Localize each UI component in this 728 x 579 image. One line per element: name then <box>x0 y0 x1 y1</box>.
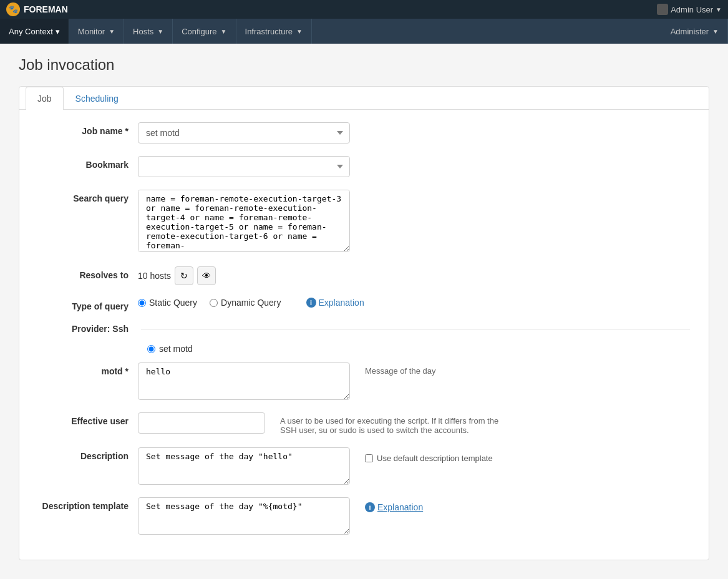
nav-configure-label: Configure <box>182 27 216 36</box>
use-default-checkbox[interactable] <box>365 454 373 462</box>
context-plus-icon: ▾ <box>56 27 60 36</box>
motd-wrap: hello Message of the day <box>138 362 512 400</box>
eye-icon: 👁 <box>202 271 211 281</box>
nav-item-hosts[interactable]: Hosts ▼ <box>124 19 173 44</box>
explanation-link-2[interactable]: i Explanation <box>365 497 423 512</box>
bookmark-group: Bookmark <box>38 156 690 177</box>
dynamic-query-radio[interactable] <box>210 299 218 307</box>
page-content: Job invocation Job Scheduling Job name *… <box>0 44 728 573</box>
explanation-label-1: Explanation <box>319 298 364 308</box>
user-label[interactable]: Admin User <box>671 5 713 14</box>
effective-user-help: A user to be used for executing the scri… <box>280 412 512 435</box>
administer-caret: ▼ <box>712 28 719 35</box>
description-textarea[interactable]: Set message of the day "hello" <box>138 447 350 485</box>
nav-monitor-caret: ▼ <box>109 28 115 35</box>
provider-option-label: set motd <box>159 344 193 354</box>
brand-name: FOREMAN <box>24 4 68 14</box>
bookmark-select[interactable] <box>138 156 350 177</box>
resolves-count: 10 hosts <box>138 271 171 281</box>
description-template-group: Description template Set message of the … <box>38 497 690 535</box>
effective-user-input[interactable] <box>138 412 265 434</box>
job-name-label: Job name * <box>38 122 138 136</box>
job-name-select[interactable]: set motd <box>138 122 350 144</box>
tab-scheduling[interactable]: Scheduling <box>64 87 130 110</box>
description-wrap: Set message of the day "hello" Use defau… <box>138 447 493 485</box>
tab-job[interactable]: Job <box>26 87 64 110</box>
nav-item-administer[interactable]: Administer ▼ <box>662 19 728 44</box>
nav-hosts-caret: ▼ <box>157 28 163 35</box>
bookmark-wrap <box>138 156 512 177</box>
nav-hosts-label: Hosts <box>133 27 153 36</box>
motd-textarea[interactable]: hello <box>138 362 350 400</box>
static-query-radio[interactable] <box>138 299 146 307</box>
search-query-wrap: name = foreman-remote-execution-target-3… <box>138 190 512 254</box>
bookmark-label: Bookmark <box>38 156 138 170</box>
provider-label: Provider: Ssh <box>38 324 138 334</box>
provider-divider <box>141 329 690 329</box>
top-nav-right: Admin User ▼ <box>657 4 722 15</box>
search-query-label: Search query <box>38 190 138 203</box>
dynamic-query-label: Dynamic Query <box>221 298 281 308</box>
provider-header: Provider: Ssh <box>38 324 690 334</box>
form-body: Job name * set motd Bookmark Search <box>19 110 709 560</box>
tab-bar: Job Scheduling <box>19 87 709 110</box>
info-icon-2: i <box>365 502 375 512</box>
search-query-group: Search query name = foreman-remote-execu… <box>38 190 690 254</box>
description-label: Description <box>38 447 138 461</box>
info-icon-1: i <box>306 298 316 308</box>
resolves-to-wrap: 10 hosts ↻ 👁 <box>138 266 512 285</box>
type-of-query-label: Type of query <box>38 298 138 311</box>
description-template-wrap: Set message of the day "%{motd}" i Expla… <box>138 497 423 535</box>
effective-user-group: Effective user A user to be used for exe… <box>38 412 690 435</box>
brand: 🐾 FOREMAN <box>6 2 68 16</box>
nav-infrastructure-caret: ▼ <box>296 28 303 35</box>
resolves-to-group: Resolves to 10 hosts ↻ 👁 <box>38 266 690 285</box>
nav-item-monitor[interactable]: Monitor ▼ <box>69 19 124 44</box>
nav-infrastructure-label: Infrastructure <box>245 27 293 36</box>
context-switcher[interactable]: Any Context ▾ <box>0 19 69 44</box>
context-label: Any Context <box>9 27 53 36</box>
administer-label: Administer <box>671 27 709 36</box>
type-of-query-group: Type of query Static Query Dynamic Query… <box>38 298 690 311</box>
description-template-textarea[interactable]: Set message of the day "%{motd}" <box>138 497 350 535</box>
use-default-label: Use default description template <box>377 454 493 463</box>
main-card: Job Scheduling Job name * set motd Bookm… <box>19 86 709 560</box>
motd-label: motd * <box>38 362 138 376</box>
description-right: Use default description template <box>356 447 493 463</box>
resolves-row: 10 hosts ↻ 👁 <box>138 266 512 285</box>
resolves-to-label: Resolves to <box>38 266 138 280</box>
nav-configure-caret: ▼ <box>221 28 227 35</box>
page-title: Job invocation <box>19 56 709 74</box>
description-group: Description Set message of the day "hell… <box>38 447 690 485</box>
brand-icon: 🐾 <box>6 2 20 16</box>
main-navbar: Any Context ▾ Monitor ▼ Hosts ▼ Configur… <box>0 19 728 44</box>
nav-item-infrastructure[interactable]: Infrastructure ▼ <box>236 19 313 44</box>
job-name-group: Job name * set motd <box>38 122 690 144</box>
nav-monitor-label: Monitor <box>78 27 105 36</box>
explanation-label-2: Explanation <box>377 502 423 512</box>
top-navbar: 🐾 FOREMAN Admin User ▼ <box>0 0 728 19</box>
search-query-textarea[interactable]: name = foreman-remote-execution-target-3… <box>138 190 350 252</box>
job-name-wrap: set motd <box>138 122 512 144</box>
provider-radio-row: set motd <box>38 344 690 354</box>
static-query-label: Static Query <box>149 298 197 308</box>
effective-user-wrap: A user to be used for executing the scri… <box>138 412 512 435</box>
user-icon <box>657 4 668 15</box>
explanation-link-1[interactable]: i Explanation <box>306 298 364 308</box>
effective-user-label: Effective user <box>38 412 138 426</box>
motd-help: Message of the day <box>365 362 435 376</box>
preview-button[interactable]: 👁 <box>197 266 216 285</box>
user-caret: ▼ <box>716 6 722 13</box>
type-of-query-wrap: Static Query Dynamic Query i Explanation <box>138 298 512 308</box>
motd-group: motd * hello Message of the day <box>38 362 690 400</box>
description-template-label: Description template <box>38 497 138 511</box>
refresh-icon: ↻ <box>180 271 188 281</box>
provider-option-radio[interactable] <box>147 345 155 353</box>
static-query-option: Static Query <box>138 298 197 308</box>
use-default-checkbox-row: Use default description template <box>365 447 493 463</box>
refresh-button[interactable]: ↻ <box>175 266 193 285</box>
nav-item-configure[interactable]: Configure ▼ <box>173 19 236 44</box>
query-type-row: Static Query Dynamic Query i Explanation <box>138 298 512 308</box>
dynamic-query-option: Dynamic Query <box>210 298 281 308</box>
navbar-right: Administer ▼ <box>662 19 728 44</box>
